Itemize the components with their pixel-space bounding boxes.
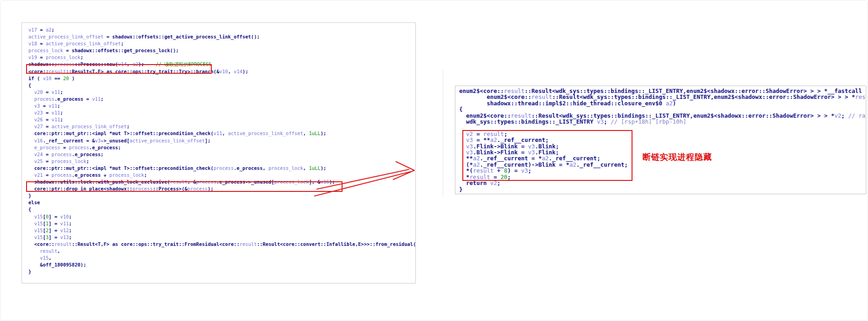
code-line: v27 = active_process_link_offset; (28, 123, 416, 130)
code-line: result, (28, 248, 416, 255)
code-line: v15[3] = v13; (28, 234, 416, 241)
code-line: } (28, 192, 416, 199)
left-code-block: v17 = a2;active_process_link_offset = sh… (28, 27, 416, 275)
code-line (459, 125, 866, 131)
code-line: } (28, 268, 416, 275)
code-line: v25 = process_lock; (28, 158, 416, 165)
code-line: v19 = process_lock; (28, 54, 416, 61)
code-line: { (28, 82, 416, 89)
code-line: v17 = a2; (28, 27, 416, 33)
screenshot-canvas: v17 = a2;active_process_link_offset = sh… (0, 0, 868, 321)
code-line: v23 = v11; (28, 109, 416, 116)
code-line: enum2$<core::result::Result<wdk_sys::typ… (459, 113, 866, 119)
code-line: v2 = result; (459, 131, 866, 137)
code-line: process_lock = shadowx::offsets::get_pro… (28, 47, 416, 54)
code-line: wdk_sys::types::bindings::_LIST_ENTRY v3… (459, 119, 866, 125)
right-panel-edge-line (443, 70, 443, 196)
code-line: v15, (28, 255, 416, 261)
code-line: &off_180095820); (28, 261, 416, 268)
code-line: e_process = process.e_process; (28, 144, 416, 151)
code-line: shadowx::process::Process::new(v14, a2);… (28, 61, 416, 68)
code-line: <core::result::Result<T,F> as core::ops:… (28, 241, 416, 248)
code-line: active_process_link_offset = shadowx::of… (28, 33, 416, 40)
code-line: process.e_process = v11; (28, 96, 416, 103)
code-line: v24 = process.e_process; (28, 151, 416, 158)
code-line: <core::result::Result<T,E> as core::ops:… (28, 68, 416, 75)
code-line: *(result + 8) = v3; (459, 168, 866, 174)
code-line: shadowx::thread::impl$2::hide_thread::cl… (459, 100, 866, 106)
code-line: { (459, 106, 866, 112)
code-line: v15[2] = v12; (28, 227, 416, 234)
code-line: shadowx::utils::lock::with_push_lock_exc… (28, 179, 416, 185)
code-line: v16._ref__current = &v3->_unused[active_… (28, 137, 416, 144)
code-line: core::ptr::mut_ptr::<impl *mut T>::offse… (28, 130, 416, 137)
code-line: *result = 20; (459, 174, 866, 180)
code-line: core::ptr::drop_in_place<shadowx::proces… (28, 185, 416, 192)
code-line: v26 = v11; (28, 116, 416, 123)
code-line: core::ptr::mut_ptr::<impl *mut T>::offse… (28, 165, 416, 172)
code-line: enum2$<core::result::Result<wdk_sys::typ… (459, 94, 866, 100)
code-line: v18 = active_process_link_offset; (28, 40, 416, 47)
code-line: v15[0] = v10; (28, 213, 416, 220)
code-line: if ( v10 == 20 ) (28, 75, 416, 82)
code-line: enum2$<core::result::Result<wdk_sys::typ… (459, 88, 866, 94)
code-line: else (28, 199, 416, 206)
code-line: return v2; (459, 180, 866, 186)
code-line: v15[1] = v11; (28, 220, 416, 227)
code-line: { (28, 206, 416, 213)
unlink-annotation-label: 断链实现进程隐藏 (643, 152, 712, 163)
code-line: v21 = process.e_process + process_lock; (28, 172, 416, 179)
code-line: v3.Flink->Blink = v3.Blink; (459, 143, 866, 149)
left-pseudocode-panel: v17 = a2;active_process_link_offset = sh… (21, 22, 416, 283)
right-pseudocode-panel: enum2$<core::result::Result<wdk_sys::typ… (455, 86, 866, 194)
code-line: v3 = v11; (28, 103, 416, 109)
code-line: v20 = v11; (28, 89, 416, 96)
right-code-block: enum2$<core::result::Result<wdk_sys::typ… (459, 88, 866, 192)
code-line: } (459, 186, 866, 192)
code-line: v3 = **a2._ref__current; (459, 137, 866, 143)
